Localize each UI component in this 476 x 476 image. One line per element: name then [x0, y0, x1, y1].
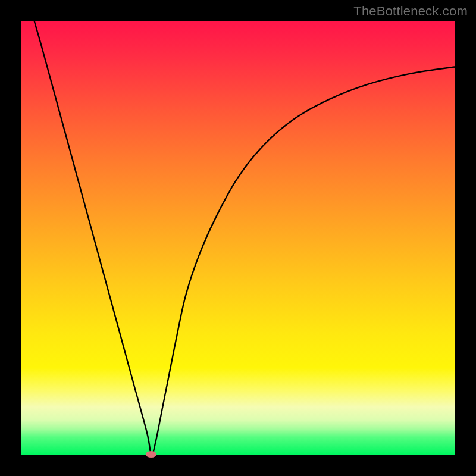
vertex-marker [146, 451, 156, 458]
bottleneck-curve [21, 21, 455, 455]
chart-plot-area [21, 21, 455, 455]
watermark-text: TheBottleneck.com [353, 4, 468, 19]
chart-frame: TheBottleneck.com [0, 0, 476, 476]
bottleneck-curve-path [35, 21, 455, 455]
